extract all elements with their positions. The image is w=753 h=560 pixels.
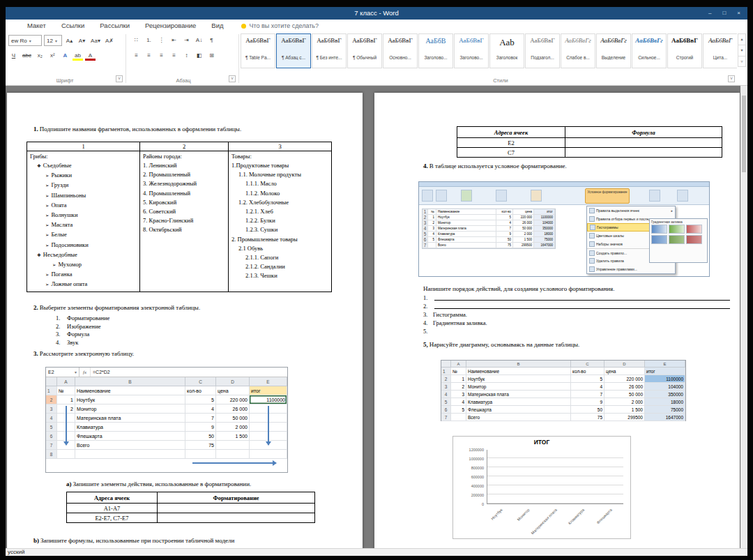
shading-button[interactable]: ◧ <box>194 50 204 61</box>
ribbon-tab[interactable]: Рассылки <box>92 20 137 32</box>
sort-button[interactable]: А↓ <box>194 35 204 45</box>
page-left[interactable]: 1.Подпишите названия фрагментов, использ… <box>7 93 363 548</box>
dialog-launcher-icon[interactable]: ˅ <box>728 75 735 82</box>
style-card[interactable]: АаБбВвГ ¶ Обычный <box>347 33 382 68</box>
list-item: 1.2.2. Булки <box>231 216 328 225</box>
ribbon-icon <box>531 190 542 202</box>
column-headers: A B C D E <box>441 361 685 368</box>
row-header: 5 <box>441 398 451 406</box>
gallery-scroll-up-icon[interactable]: ▴ <box>738 33 746 45</box>
style-card[interactable]: АаБбВвГ Цита... <box>703 33 737 68</box>
shrink-font-button[interactable]: А▾ <box>77 36 87 46</box>
dialog-launcher-icon[interactable]: ˅ <box>116 75 123 82</box>
style-card[interactable]: АаБбВвГг Сильное... <box>632 33 667 68</box>
style-card[interactable]: АаБбВвГ ¶ Абзац с... <box>276 33 311 68</box>
fragments-table: 1 2 3 Грибы: ❖Съедобные ➢Рыжики ➢Грузди <box>26 142 332 292</box>
clear-formatting-button[interactable]: А✗ <box>104 36 115 46</box>
sheet-row: 6 Флешкарта 50 1 500 <box>46 432 287 441</box>
subscript-button[interactable]: х₂ <box>35 50 45 61</box>
text-effects-button[interactable]: А <box>60 50 70 61</box>
style-card[interactable]: АаБбВвГг Выделение <box>596 33 631 68</box>
numbering-button[interactable]: 1. <box>144 35 154 45</box>
gallery-scroll-down-icon[interactable]: ▾ <box>738 45 746 56</box>
style-label: Выделение <box>597 55 630 60</box>
style-card[interactable]: АаБбВвГ Подзагол... <box>525 33 560 68</box>
multilevel-list-button[interactable]: ⋮ <box>156 35 167 45</box>
style-card[interactable]: АаБбВ Заголово... <box>418 33 453 68</box>
ribbon: ew Ro▾ 12▾ А▴ А▾ Аа▾ А✗ Ч abc х₂ х² А ab… <box>6 32 747 86</box>
minimize-button[interactable]: – <box>708 7 711 20</box>
cell: Флешкарта <box>466 406 571 414</box>
scrollbar-thumb[interactable] <box>742 96 746 172</box>
align-left-button[interactable]: ≡ <box>131 50 142 61</box>
change-case-button[interactable]: Аа▾ <box>89 36 102 46</box>
underline-button[interactable]: Ч <box>8 50 19 61</box>
style-card[interactable]: АаБбВвГ ¶ Table Pa... <box>241 33 275 68</box>
style-label: ¶ Без инте... <box>312 55 346 60</box>
increase-indent-button[interactable]: ⇥ <box>181 35 192 45</box>
style-card[interactable]: АаБбВвГ Основно... <box>383 33 418 68</box>
align-right-button[interactable]: ≡ <box>156 50 167 61</box>
list-item: 1.1.1. Масло <box>231 179 328 188</box>
cell: Ноутбук <box>466 375 571 383</box>
tell-me[interactable]: Что вы хотите сделать? <box>241 22 319 29</box>
line-spacing-button[interactable]: ↕ <box>181 50 192 61</box>
row-header: 3 <box>441 383 451 391</box>
bullets-button[interactable]: ∷ <box>131 35 142 45</box>
mini-sheet-grid: 1 № Наименование кол-во цена итог 2 1 Но… <box>422 209 556 249</box>
font-name-combo[interactable]: ew Ro▾ <box>8 35 42 46</box>
data-bar-option <box>651 235 667 244</box>
style-label: Заголовок <box>490 55 524 60</box>
text-highlight-button[interactable]: ab <box>73 50 83 61</box>
cell: № <box>57 386 75 395</box>
name-box: E2 ▾ <box>46 368 79 377</box>
ribbon-tab[interactable]: Макет <box>20 20 54 32</box>
decrease-indent-button[interactable]: ⇤ <box>169 35 179 45</box>
style-card[interactable]: Аab Заголовок <box>489 33 524 68</box>
chart-plot-area <box>487 450 623 504</box>
style-card[interactable]: АаБбВвГ ¶ Без инте... <box>312 33 347 68</box>
font-size-combo[interactable]: 12▾ <box>44 35 62 46</box>
style-label: Цита... <box>703 55 737 60</box>
list-item: 4. Промышленный <box>143 189 225 198</box>
cell: 50 <box>571 406 604 414</box>
question-5-title: 5,Нарисуйте диаграмму, основываясь на да… <box>423 341 579 348</box>
cell: кол-во <box>571 368 604 375</box>
maximize-button[interactable]: □ <box>722 7 726 20</box>
data-bar-option <box>651 225 667 234</box>
dialog-launcher-icon[interactable]: ˅ <box>229 75 236 82</box>
page-right[interactable]: Адреса ячеек Формула E2 C7 4.В таблице и… <box>374 93 740 548</box>
data-bar-option <box>669 225 685 234</box>
strikethrough-button[interactable]: abc <box>21 50 33 61</box>
bullet-icon: ➢ <box>45 272 49 278</box>
list-item: ➢Мухомор <box>30 260 137 270</box>
style-card[interactable]: АаБбВвГ Заголово... <box>454 33 489 68</box>
paragraph-marks-button[interactable]: ¶ <box>206 35 217 45</box>
list-item: 1.1. Молочные продукты <box>231 170 328 179</box>
ribbon-tab[interactable]: Вид <box>204 20 231 32</box>
superscript-button[interactable]: х² <box>47 50 58 61</box>
borders-button[interactable]: ⊞ <box>206 50 217 61</box>
grow-font-button[interactable]: А▴ <box>64 36 75 46</box>
menu-item-icon <box>589 216 595 222</box>
cell: № <box>451 368 466 375</box>
align-center-button[interactable]: ≡ <box>144 50 154 61</box>
ribbon-tab[interactable]: Ссылки <box>54 20 92 32</box>
language-indicator[interactable]: усский <box>8 549 24 555</box>
justify-button[interactable]: ≡ <box>169 50 179 61</box>
vertical-scrollbar[interactable] <box>740 86 747 548</box>
row-header: 6 <box>46 432 57 441</box>
ribbon-tab[interactable]: Рецензирование <box>137 20 204 32</box>
gallery-more-icon[interactable]: ▿ <box>738 56 746 67</box>
font-color-button[interactable]: А <box>85 50 96 61</box>
styles-group-label: Стили <box>445 77 556 84</box>
cell: 18000 <box>645 398 685 406</box>
sheet-row: 4 Материнская плата 7 50 000 <box>46 414 287 423</box>
cell: Всего <box>75 441 185 450</box>
style-label: ¶ Table Pa... <box>241 55 275 60</box>
style-card[interactable]: АаБбВвГ Строгий <box>667 33 702 68</box>
sheet-row: 5 4 Клавиатура 9 2 000 18000 <box>441 398 685 406</box>
style-card[interactable]: АаБбВвГг Слабое в... <box>561 33 595 68</box>
close-button[interactable]: × <box>737 7 740 20</box>
option-item: 4.Звук <box>56 339 109 347</box>
